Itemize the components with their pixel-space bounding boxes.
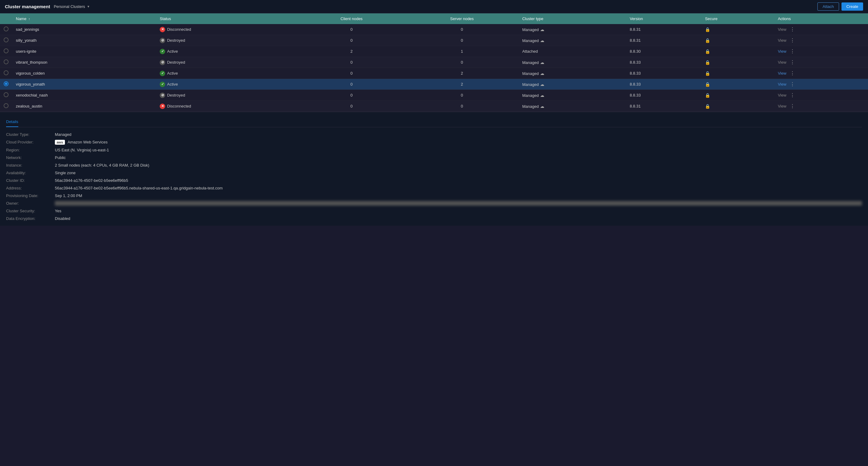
- row-name: sad_jennings: [12, 24, 156, 35]
- radio-button[interactable]: [4, 37, 8, 42]
- table-row[interactable]: vigorous_colden ✓ Active 0 2 Managed☁ 8.…: [0, 68, 868, 79]
- more-menu-button[interactable]: ⋮: [789, 92, 796, 98]
- create-button[interactable]: Create: [841, 2, 863, 11]
- row-secure: 🔒: [701, 68, 774, 79]
- table-row[interactable]: xenodochial_nash ⊘ Destroyed 0 0 Managed…: [0, 90, 868, 101]
- col-version: Version: [626, 13, 701, 24]
- more-menu-button[interactable]: ⋮: [789, 37, 796, 43]
- table-row[interactable]: vigorous_yonath ✓ Active 0 2 Managed☁ 8.…: [0, 79, 868, 90]
- row-select-cell[interactable]: [0, 46, 12, 57]
- details-section: Details Cluster Type: Managed Cloud Prov…: [0, 112, 868, 226]
- col-select: [0, 13, 12, 24]
- attach-button[interactable]: Attach: [817, 2, 839, 11]
- radio-button[interactable]: [4, 48, 8, 53]
- row-select-cell[interactable]: [0, 57, 12, 68]
- table-body: sad_jennings ✕ Disconnected 0 0 Managed☁…: [0, 24, 868, 112]
- radio-button[interactable]: [4, 27, 8, 31]
- radio-button[interactable]: [4, 92, 8, 97]
- table-row[interactable]: users-ignite ✓ Active 2 1 Attached 8.8.3…: [0, 46, 868, 57]
- row-server-nodes: 2: [405, 68, 519, 79]
- col-server-nodes: Server nodes: [405, 13, 519, 24]
- view-link[interactable]: View: [778, 27, 786, 32]
- cloud-icon: ☁: [540, 82, 544, 87]
- col-name[interactable]: Name ↑: [12, 13, 156, 24]
- row-client-nodes: 0: [298, 68, 405, 79]
- more-menu-button[interactable]: ⋮: [789, 48, 796, 54]
- row-cluster-type: Managed☁: [519, 24, 626, 35]
- row-select-cell[interactable]: [0, 90, 12, 101]
- lock-icon: 🔒: [705, 38, 710, 43]
- chevron-down-icon: ▼: [87, 5, 90, 8]
- page-title: Cluster management: [5, 4, 50, 9]
- row-version: 8.8.31: [626, 35, 701, 46]
- status-icon: ✓: [160, 71, 165, 76]
- more-menu-button[interactable]: ⋮: [789, 59, 796, 65]
- view-link[interactable]: View: [778, 49, 786, 54]
- view-link[interactable]: View: [778, 71, 786, 75]
- region-value: US East (N. Virginia) us-east-1: [55, 148, 862, 152]
- status-icon: ✕: [160, 27, 165, 32]
- table-row[interactable]: silly_yonath ⊘ Destroyed 0 0 Managed☁ 8.…: [0, 35, 868, 46]
- row-cluster-type: Managed☁: [519, 35, 626, 46]
- instance-value: 2 Small nodes (each: 4 CPUs, 4 GB RAM, 2…: [55, 163, 862, 168]
- cluster-type-label: Cluster Type:: [6, 132, 55, 137]
- row-name: users-ignite: [12, 46, 156, 57]
- row-actions: View ⋮: [774, 101, 868, 112]
- row-select-cell[interactable]: [0, 35, 12, 46]
- view-link[interactable]: View: [778, 38, 786, 43]
- row-status: ✓ Active: [156, 79, 298, 90]
- radio-button[interactable]: [4, 70, 8, 75]
- row-cluster-type: Managed☁: [519, 57, 626, 68]
- radio-button[interactable]: [4, 59, 8, 64]
- tab-details[interactable]: Details: [6, 117, 18, 127]
- row-select-cell[interactable]: [0, 101, 12, 112]
- cluster-security-value: Yes: [55, 209, 862, 213]
- row-select-cell[interactable]: [0, 24, 12, 35]
- status-label: Active: [167, 71, 178, 75]
- cluster-dropdown[interactable]: Personal Clusters ▼: [54, 4, 90, 9]
- table-row[interactable]: sad_jennings ✕ Disconnected 0 0 Managed☁…: [0, 24, 868, 35]
- status-label: Destroyed: [167, 60, 185, 65]
- view-link[interactable]: View: [778, 60, 786, 65]
- view-link[interactable]: View: [778, 104, 786, 108]
- row-client-nodes: 0: [298, 90, 405, 101]
- row-actions: View ⋮: [774, 46, 868, 57]
- lock-icon: 🔒: [705, 60, 710, 65]
- radio-button[interactable]: [4, 81, 8, 86]
- lock-icon: 🔒: [705, 93, 710, 98]
- row-name: vigorous_yonath: [12, 79, 156, 90]
- row-status: ✓ Active: [156, 68, 298, 79]
- cloud-provider-value: aws Amazon Web Services: [55, 140, 862, 145]
- more-menu-button[interactable]: ⋮: [789, 70, 796, 76]
- row-select-cell[interactable]: [0, 68, 12, 79]
- row-actions: View ⋮: [774, 57, 868, 68]
- row-name: vigorous_colden: [12, 68, 156, 79]
- status-label: Active: [167, 49, 178, 54]
- availability-label: Availability:: [6, 171, 55, 175]
- sort-asc-icon: ↑: [28, 17, 30, 21]
- status-label: Disconnected: [167, 27, 191, 32]
- table-row[interactable]: vibrant_thompson ⊘ Destroyed 0 0 Managed…: [0, 57, 868, 68]
- row-client-nodes: 2: [298, 46, 405, 57]
- cloud-icon: ☁: [540, 104, 544, 109]
- cloud-icon: ☁: [540, 27, 544, 32]
- row-status: ⊘ Destroyed: [156, 90, 298, 101]
- view-link[interactable]: View: [778, 93, 786, 97]
- col-status: Status: [156, 13, 298, 24]
- address-value: 56ac3944-a176-4507-be02-b5ee6eff96b5.neb…: [55, 186, 862, 190]
- more-menu-button[interactable]: ⋮: [789, 103, 796, 109]
- table-row[interactable]: zealous_austin ✕ Disconnected 0 0 Manage…: [0, 101, 868, 112]
- view-link[interactable]: View: [778, 82, 786, 87]
- status-label: Active: [167, 82, 178, 87]
- more-menu-button[interactable]: ⋮: [789, 81, 796, 87]
- more-menu-button[interactable]: ⋮: [789, 27, 796, 32]
- row-version: 8.8.31: [626, 24, 701, 35]
- row-actions: View ⋮: [774, 24, 868, 35]
- owner-label: Owner:: [6, 201, 55, 206]
- row-cluster-type: Managed☁: [519, 90, 626, 101]
- cluster-id-label: Cluster ID:: [6, 178, 55, 183]
- row-secure: 🔒: [701, 90, 774, 101]
- row-client-nodes: 0: [298, 101, 405, 112]
- row-select-cell[interactable]: [0, 79, 12, 90]
- radio-button[interactable]: [4, 103, 8, 108]
